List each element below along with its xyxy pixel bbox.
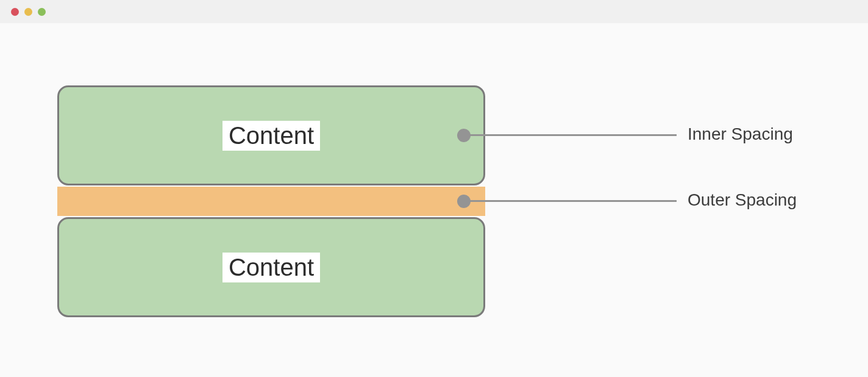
outer-spacing-leader-line (469, 200, 677, 202)
outer-spacing-marker-dot (457, 195, 471, 208)
window-close-button[interactable] (11, 8, 19, 16)
window-minimize-button[interactable] (24, 8, 32, 16)
content-box-bottom-label: Content (222, 253, 320, 282)
inner-spacing-marker-dot (457, 129, 471, 142)
window-zoom-button[interactable] (38, 8, 46, 16)
content-box-bottom: Content (57, 217, 485, 317)
content-box-top-label: Content (222, 121, 320, 151)
diagram-canvas: Content Content Inner Spacing Outer Spac… (0, 23, 868, 377)
inner-spacing-leader-line (469, 134, 677, 136)
inner-spacing-label: Inner Spacing (688, 124, 793, 144)
window-titlebar (0, 0, 868, 23)
content-box-top: Content (57, 85, 485, 185)
outer-spacing-strip (57, 187, 485, 216)
outer-spacing-label: Outer Spacing (688, 190, 797, 210)
